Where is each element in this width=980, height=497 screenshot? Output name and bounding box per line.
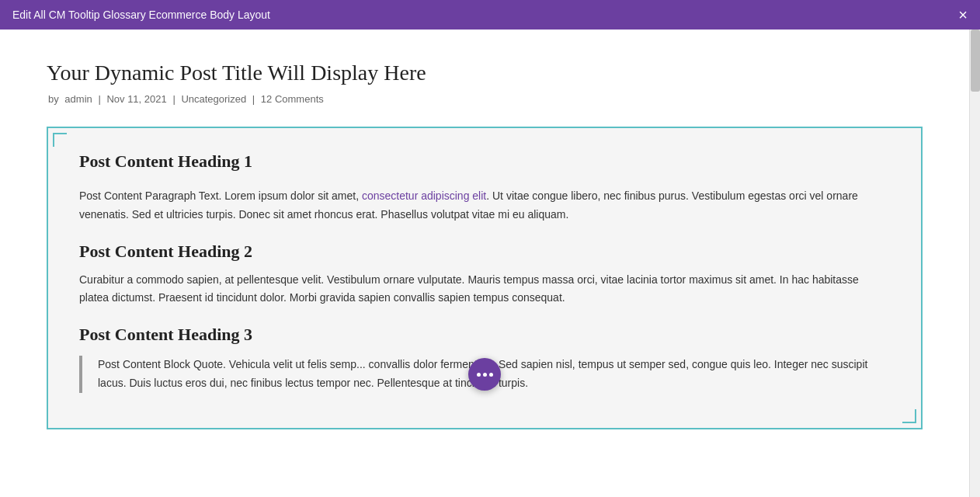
content-paragraph-1: Post Content Paragraph Text. Lorem ipsum… <box>79 187 890 224</box>
content-block[interactable]: Post Content Heading 1 Post Content Para… <box>47 127 923 429</box>
post-meta-sep3: | <box>252 93 258 105</box>
close-button[interactable]: × <box>958 7 968 23</box>
main-content: Your Dynamic Post Title Will Display Her… <box>0 30 969 497</box>
content-heading-3: Post Content Heading 3 <box>79 325 890 345</box>
title-bar: Edit All CM Tooltip Glossary Ecommerce B… <box>0 0 980 30</box>
fab-dots <box>477 373 493 377</box>
post-meta-author: admin <box>64 93 92 105</box>
corner-handle-tl <box>53 133 67 147</box>
post-meta-sep2: | <box>172 93 178 105</box>
scrollbar[interactable] <box>969 30 980 497</box>
fab-button[interactable] <box>468 358 501 391</box>
paragraph1-link[interactable]: consectetur adipiscing elit <box>362 189 486 202</box>
paragraph1-before-link: Post Content Paragraph Text. Lorem ipsum… <box>79 189 362 202</box>
post-meta: by admin | Nov 11, 2021 | Uncategorized … <box>47 93 923 105</box>
fab-dot-3 <box>489 373 493 377</box>
corner-handle-br <box>902 409 916 423</box>
title-bar-label: Edit All CM Tooltip Glossary Ecommerce B… <box>12 9 270 21</box>
content-heading-1: Post Content Heading 1 <box>79 151 890 172</box>
scrollbar-thumb[interactable] <box>971 30 980 92</box>
post-meta-category: Uncategorized <box>181 93 246 105</box>
content-paragraph-2: Curabitur a commodo sapien, at pellentes… <box>79 271 890 308</box>
post-meta-date: Nov 11, 2021 <box>106 93 166 105</box>
fab-dot-2 <box>483 373 487 377</box>
post-title: Your Dynamic Post Title Will Display Her… <box>47 61 923 85</box>
post-meta-prefix: by <box>48 93 59 105</box>
content-block-inner: Post Content Heading 1 Post Content Para… <box>79 151 890 393</box>
post-meta-sep1: | <box>98 93 103 105</box>
post-meta-comments: 12 Comments <box>261 93 324 105</box>
content-heading-2: Post Content Heading 2 <box>79 242 890 262</box>
fab-dot-1 <box>477 373 481 377</box>
